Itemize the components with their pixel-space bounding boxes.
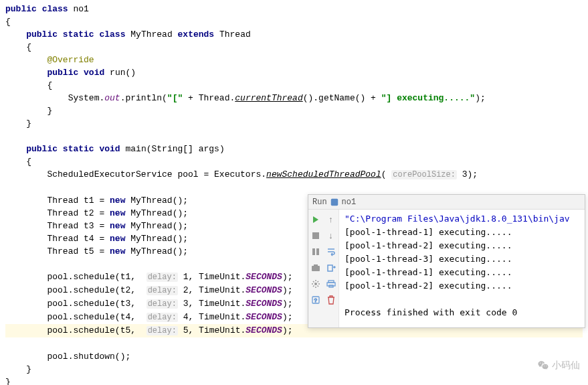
code-line	[5, 130, 583, 143]
svg-rect-0	[330, 198, 338, 206]
output-line: "C:\Program Files\Java\jdk1.8.0_131\bin\…	[345, 212, 579, 226]
camera-button[interactable]	[310, 262, 322, 274]
stop-button[interactable]	[310, 230, 322, 242]
code-line	[5, 337, 583, 350]
output-line: [pool-1-thread-2] executing.....	[345, 239, 579, 252]
console-output[interactable]: "C:\Program Files\Java\jdk1.8.0_131\bin\…	[339, 210, 585, 327]
settings-button[interactable]	[310, 278, 322, 290]
code-line: }	[5, 117, 583, 130]
run-tool-window: Run no1 ↑ ↓ ? "C:\Program Files\Java\jdk…	[308, 194, 585, 328]
watermark: 小码仙	[537, 360, 580, 372]
code-line: public class no1	[5, 3, 583, 15]
output-line	[345, 293, 579, 306]
soft-wrap-button[interactable]	[325, 246, 337, 258]
code-line: {	[5, 15, 583, 28]
pause-button[interactable]	[310, 246, 322, 258]
code-line: public static void main(String[] args)	[5, 143, 583, 155]
run-config-name: no1	[342, 198, 357, 207]
svg-rect-3	[316, 248, 319, 255]
class-icon	[330, 198, 339, 207]
svg-text:?: ?	[314, 297, 318, 303]
code-line: System.out.println("[" + Thread.currentT…	[5, 92, 583, 104]
help-button[interactable]: ?	[310, 294, 322, 306]
code-line: }	[5, 376, 583, 385]
run-label: Run	[312, 198, 327, 207]
svg-rect-4	[312, 266, 320, 271]
export-icon[interactable]	[325, 262, 337, 274]
code-line: @Override	[5, 54, 583, 66]
code-line: ScheduledExecutorService pool = Executor…	[5, 168, 583, 181]
svg-rect-2	[312, 248, 315, 255]
code-line: {	[5, 79, 583, 92]
code-line: }	[5, 104, 583, 117]
rerun-button[interactable]	[310, 214, 322, 226]
output-line: [pool-1-thread-3] executing.....	[345, 252, 579, 266]
code-line: }	[5, 363, 583, 376]
output-line: [pool-1-thread-1] executing.....	[345, 226, 579, 239]
code-line: public void run()	[5, 66, 583, 79]
wechat-icon	[537, 360, 549, 372]
run-panel-header[interactable]: Run no1	[308, 195, 585, 210]
clear-all-button[interactable]	[325, 294, 337, 306]
code-line: public static class MyThread extends Thr…	[5, 28, 583, 41]
run-toolbar: ↑ ↓ ?	[308, 210, 339, 327]
output-line: [pool-1-thread-2] executing.....	[345, 279, 579, 293]
code-line: pool.shutdown();	[5, 350, 583, 363]
print-button[interactable]	[325, 278, 337, 290]
code-line: {	[5, 41, 583, 54]
code-line	[5, 181, 583, 194]
output-line: Process finished with exit code 0	[345, 306, 579, 319]
svg-rect-1	[312, 232, 319, 239]
output-line: [pool-1-thread-1] executing.....	[345, 266, 579, 279]
svg-rect-5	[314, 264, 318, 266]
code-line: {	[5, 155, 583, 168]
watermark-text: 小码仙	[552, 360, 580, 372]
scroll-down-button[interactable]: ↓	[325, 230, 337, 242]
svg-rect-6	[328, 265, 332, 271]
svg-point-7	[314, 283, 317, 285]
scroll-up-button[interactable]: ↑	[325, 214, 337, 226]
